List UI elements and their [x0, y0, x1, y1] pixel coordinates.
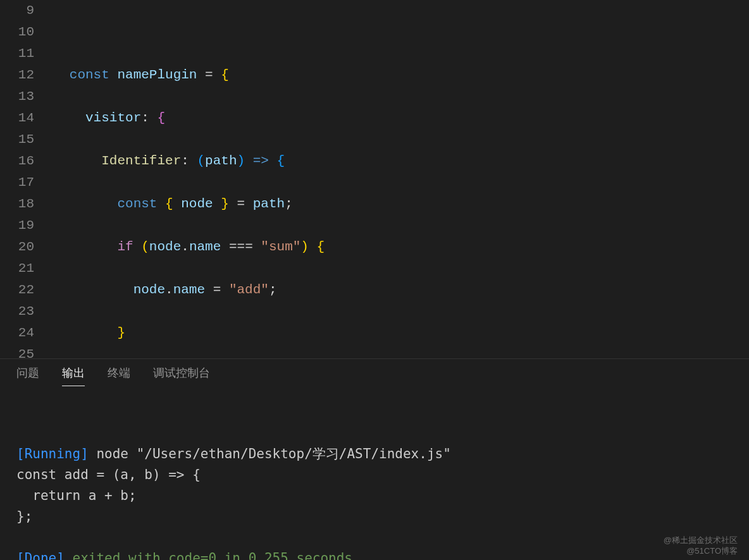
- keyword: const: [70, 68, 109, 82]
- punct: ;: [269, 283, 277, 297]
- paren: ): [237, 154, 245, 168]
- watermark-line: @稀土掘金技术社区: [664, 535, 738, 545]
- code-line[interactable]: Identifier: (path) => {: [46, 150, 749, 172]
- brace: {: [157, 111, 165, 125]
- property: Identifier: [101, 154, 181, 168]
- keyword: if: [117, 240, 133, 254]
- tab-problems[interactable]: 问题: [16, 365, 39, 386]
- code-line[interactable]: node.name = "add";: [46, 279, 749, 301]
- code-line[interactable]: const namePlugin = {: [46, 64, 749, 86]
- operator: ===: [229, 240, 253, 254]
- code-line[interactable]: [46, 21, 749, 43]
- punct: ;: [285, 197, 293, 211]
- line-number: 19: [0, 215, 34, 236]
- property: name: [189, 240, 221, 254]
- identifier: node: [181, 197, 213, 211]
- identifier: path: [205, 154, 237, 168]
- output-line: const add = (a, b) => {: [16, 467, 201, 482]
- paren: (: [197, 154, 205, 168]
- line-number: 16: [0, 150, 34, 172]
- line-number: 11: [0, 43, 34, 64]
- paren: ): [300, 240, 309, 254]
- output-line: return a + b;: [16, 488, 137, 503]
- string: "sum": [261, 240, 300, 254]
- property: name: [173, 283, 205, 297]
- brace: {: [277, 154, 285, 168]
- operator: =: [213, 283, 221, 297]
- output-content[interactable]: [Running] node "/Users/ethan/Desktop/学习/…: [0, 386, 749, 560]
- line-number: 24: [0, 322, 34, 344]
- line-number: 12: [0, 64, 34, 86]
- identifier: node: [133, 283, 165, 297]
- running-path: "/Users/ethan/Desktop/学习/AST/index.js": [137, 446, 451, 461]
- tab-output[interactable]: 输出: [62, 365, 85, 386]
- line-number: 17: [0, 172, 34, 193]
- line-number: 25: [0, 344, 34, 358]
- panel-tab-bar: 问题 输出 终端 调试控制台: [0, 359, 749, 386]
- punct: .: [165, 283, 173, 297]
- line-number: 20: [0, 236, 34, 258]
- done-text: exited with code=0 in 0.255 seconds: [65, 551, 352, 560]
- watermark: @稀土掘金技术社区 @51CTO博客: [664, 535, 738, 556]
- brace: }: [221, 197, 229, 211]
- punct: .: [181, 240, 189, 254]
- output-line: };: [16, 509, 32, 524]
- identifier: node: [149, 240, 181, 254]
- punct: :: [181, 154, 189, 168]
- line-number: 10: [0, 21, 34, 43]
- property: visitor: [85, 111, 141, 125]
- identifier: namePlugin: [117, 68, 197, 82]
- keyword: const: [117, 197, 157, 211]
- tab-debug-console[interactable]: 调试控制台: [153, 365, 210, 386]
- code-line[interactable]: const { node } = path;: [46, 193, 749, 215]
- line-number: 21: [0, 258, 34, 279]
- brace: }: [117, 326, 125, 340]
- brace: {: [221, 68, 229, 82]
- line-number: 22: [0, 279, 34, 301]
- tab-terminal[interactable]: 终端: [108, 365, 130, 386]
- line-number: 18: [0, 193, 34, 215]
- brace: {: [165, 197, 173, 211]
- line-number: 15: [0, 129, 34, 150]
- code-line[interactable]: if (node.name === "sum") {: [46, 236, 749, 258]
- brace: {: [317, 240, 325, 254]
- watermark-line: @51CTO博客: [664, 545, 738, 556]
- code-line[interactable]: }: [46, 322, 749, 344]
- running-cmd: node: [89, 446, 137, 461]
- operator: =: [205, 68, 213, 82]
- done-label: [Done]: [16, 551, 65, 560]
- line-number: 23: [0, 301, 34, 322]
- arrow: =>: [253, 154, 269, 168]
- punct: :: [141, 111, 149, 125]
- string: "add": [229, 283, 269, 297]
- line-number: 14: [0, 107, 34, 129]
- code-content[interactable]: const namePlugin = { visitor: { Identifi…: [46, 0, 749, 358]
- line-number: 13: [0, 86, 34, 107]
- line-number-gutter: 9 10 11 12 13 14 15 16 17 18 19 20 21 22…: [0, 0, 46, 358]
- identifier: path: [253, 197, 285, 211]
- running-label: [Running]: [16, 446, 89, 461]
- line-number: 9: [0, 0, 34, 21]
- paren: (: [141, 240, 149, 254]
- code-line[interactable]: visitor: {: [46, 107, 749, 129]
- bottom-panel: 问题 输出 终端 调试控制台 [Running] node "/Users/et…: [0, 358, 749, 560]
- operator: =: [237, 197, 245, 211]
- code-editor[interactable]: 9 10 11 12 13 14 15 16 17 18 19 20 21 22…: [0, 0, 749, 358]
